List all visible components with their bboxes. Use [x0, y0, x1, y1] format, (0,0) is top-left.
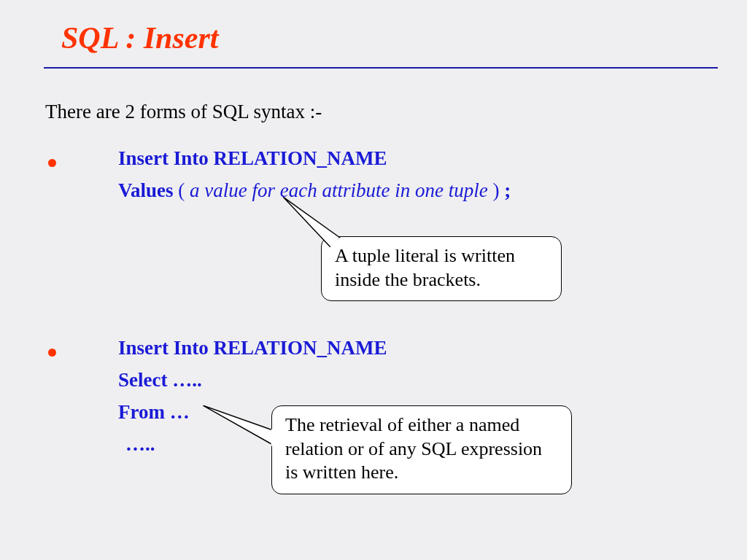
select-line: Select ….. [118, 369, 202, 392]
title-underline [44, 67, 718, 69]
insert-into-line-2: Insert Into RELATION_NAME [118, 337, 387, 359]
callout-retrieval: The retrieval of either a named relation… [271, 405, 572, 494]
svg-marker-2 [203, 405, 273, 445]
slide-title: SQL : Insert [61, 20, 218, 55]
dots-line: ….. [125, 433, 155, 456]
values-line: Values ( a value for each attribute in o… [118, 179, 511, 202]
from-line: From … [118, 401, 190, 424]
bullet-icon [48, 159, 56, 167]
bullet-icon [48, 349, 56, 357]
callout-tuple-literal: A tuple literal is written inside the br… [321, 236, 562, 301]
intro-text: There are 2 forms of SQL syntax :- [45, 101, 322, 123]
insert-into-line-1: Insert Into RELATION_NAME [118, 147, 387, 170]
